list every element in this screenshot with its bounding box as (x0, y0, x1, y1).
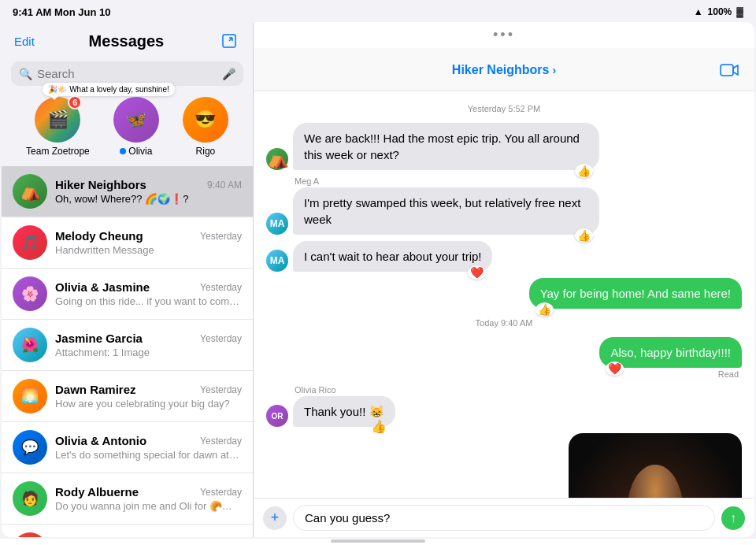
msg-preview-jasmine: Attachment: 1 Image (55, 347, 242, 358)
msg-row-2: Meg A MA I'm pretty swamped this week, b… (266, 176, 599, 235)
msg-time-oj: Yesterday (200, 282, 242, 293)
status-right: ▲ 100% ▓ (694, 6, 743, 17)
battery-icon: ▓ (736, 6, 743, 17)
avatar-rody: 🧑 (13, 481, 47, 516)
msg-row-4: Yay for being home! And same here! 👍 (529, 278, 742, 309)
msg-time-oa: Yesterday (200, 436, 242, 447)
svg-rect-4 (721, 65, 733, 76)
timestamp-today: Today 9:40 AM (266, 318, 742, 328)
msg-preview-melody: Handwritten Message (55, 244, 242, 256)
conversation-item-jasmine[interactable]: 🌺 Jasmine Garcia Yesterday Attachment: 1… (2, 320, 253, 371)
msg-preview-rody: Do you wanna join me and Oli for 🥐🍳🧋 bre… (55, 500, 242, 512)
pinned-contact-rigo[interactable]: 😎 Rigo (183, 97, 228, 157)
avatar-mega: MA (266, 213, 288, 235)
pinned-name-rigo: Rigo (196, 146, 216, 157)
avatar-jasmine: 🌺 (13, 328, 47, 362)
chat-header: Hiker Neighbors › (254, 48, 754, 91)
avatar-antonio: 👤 (13, 532, 47, 537)
speech-bubble: 🎉🌤️ What a lovely day, sunshine! (43, 83, 174, 96)
photo-bubble (569, 433, 742, 498)
sender-name-2: Meg A (266, 176, 599, 186)
sidebar: Edit Messages 🔍 🎤 🎉🌤️ What a lovely day,… (2, 22, 254, 537)
conversation-item-melody[interactable]: 🎵 Melody Cheung Yesterday Handwritten Me… (2, 217, 253, 269)
reaction-6: 👍 (369, 418, 389, 435)
msg-row-1: ⛺ We are back!!! Had the most epic trip.… (266, 123, 599, 170)
photo-silhouette (628, 465, 683, 498)
video-call-button[interactable] (717, 57, 742, 83)
search-icon: 🔍 (19, 68, 32, 80)
bubble-3: I can't wait to hear about your trip! (293, 241, 492, 272)
msg-content-rody: Rody Albuerne Yesterday Do you wanna joi… (55, 485, 242, 512)
conversation-item-dawn[interactable]: 🌅 Dawn Ramirez Yesterday How are you cel… (2, 371, 253, 422)
unread-dot-olivia (120, 148, 126, 154)
msg-row-3: MA I can't wait to hear about your trip!… (266, 241, 492, 272)
pinned-contacts: 🎉🌤️ What a lovely day, sunshine! 🎬 6 Tea… (2, 92, 253, 166)
compose-button[interactable] (218, 30, 240, 52)
conversation-item-olivia-antonio[interactable]: 💬 Olivia & Antonio Yesterday Let's do so… (2, 422, 253, 473)
msg-name-rody: Rody Albuerne (55, 485, 139, 499)
conversation-item-olivia-jasmine[interactable]: 🌸 Olivia & Jasmine Yesterday Going on th… (2, 269, 253, 320)
msg-content-oa: Olivia & Antonio Yesterday Let's do some… (55, 434, 242, 461)
bubble-1: We are back!!! Had the most epic trip. Y… (293, 123, 599, 170)
msg-time-melody: Yesterday (200, 231, 242, 242)
mic-icon[interactable]: 🎤 (222, 68, 235, 80)
reaction-4: 👍 (536, 302, 554, 317)
msg-preview-dawn: How are you celebrating your big day? (55, 398, 242, 410)
msg-row-6: Olivia Rico OR Thank you!! 😸 👍 (266, 385, 395, 427)
msg-preview-oj: Going on this ride... if you want to com… (55, 295, 242, 307)
reaction-5: ❤️ (606, 361, 624, 376)
msg-name-oj: Olivia & Jasmine (55, 280, 150, 294)
message-input[interactable] (293, 505, 715, 531)
msg-name-jasmine: Jasmine Garcia (55, 332, 143, 345)
pinned-name-olivia: Olivia (120, 146, 152, 157)
sidebar-title: Messages (35, 32, 218, 50)
input-bar: + ↑ (254, 498, 754, 537)
msg-time-dawn: Yesterday (200, 384, 242, 395)
msg-name-oa: Olivia & Antonio (55, 434, 146, 447)
msg-time-rody: Yesterday (200, 487, 242, 498)
avatar-sender-hiker: ⛺ (266, 148, 288, 170)
msg-content-oj: Olivia & Jasmine Yesterday Going on this… (55, 280, 242, 307)
chat-title-area[interactable]: Hiker Neighbors › (452, 63, 556, 77)
msg-preview-hiker: Oh, wow! Where?? 🌈🌍❗? (55, 193, 242, 205)
reaction-2: 👍 (575, 228, 593, 243)
sidebar-header: Edit Messages (2, 22, 253, 58)
avatar-olivia-rico: OR (266, 405, 288, 427)
home-indicator (0, 539, 756, 545)
avatar-dawn: 🌅 (13, 379, 47, 413)
pinned-contact-team-zoetrope[interactable]: 🎉🌤️ What a lovely day, sunshine! 🎬 6 Tea… (26, 97, 90, 157)
badge-team-zoetrope: 6 (68, 95, 82, 109)
status-time: 9:41 AM Mon Jun 10 (13, 6, 111, 18)
msg-name-dawn: Dawn Ramirez (55, 383, 136, 396)
avatar-hiker: ⛺ (13, 174, 47, 209)
app-container: Edit Messages 🔍 🎤 🎉🌤️ What a lovely day,… (2, 22, 754, 537)
wifi-icon: ▲ (694, 6, 703, 17)
avatar-olivia: 🦋 (113, 97, 159, 143)
conversation-item-antonio[interactable]: 👤 Antonio Manríquez Yesterday (2, 525, 253, 537)
send-button[interactable]: ↑ (721, 506, 745, 530)
status-bar: 9:41 AM Mon Jun 10 ▲ 100% ▓ (0, 0, 756, 22)
conversation-item-hiker-neighbors[interactable]: ⛺ Hiker Neighbors 9:40 AM Oh, wow! Where… (2, 166, 253, 217)
message-list: ⛺ Hiker Neighbors 9:40 AM Oh, wow! Where… (2, 166, 253, 537)
edit-button[interactable]: Edit (14, 35, 35, 48)
msg-row-5: Also, happy birthday!!!! ❤️ Read (599, 337, 742, 379)
reaction-3: ❤️ (468, 265, 486, 280)
photo-content (569, 433, 742, 498)
pinned-name-team: Team Zoetrope (26, 146, 90, 157)
msg-content-hiker: Hiker Neighbors 9:40 AM Oh, wow! Where??… (55, 178, 242, 205)
msg-name-melody: Melody Cheung (55, 229, 143, 243)
msg-preview-oa: Let's do something special for dawn at t… (55, 449, 242, 461)
pinned-contact-olivia[interactable]: 🦋 Olivia (113, 97, 159, 157)
chat-panel: ••• Hiker Neighbors › Yesterday 5:52 PM … (254, 22, 754, 537)
msg-time-hiker: 9:40 AM (207, 180, 242, 191)
avatar-melody: 🎵 (13, 225, 47, 260)
avatar-olivia-jasmine: 🌸 (13, 276, 47, 311)
search-input[interactable] (37, 67, 217, 80)
add-button[interactable]: + (263, 506, 287, 530)
sender-name-6: Olivia Rico (266, 385, 395, 395)
home-indicator-bar (331, 539, 425, 543)
msg-content-melody: Melody Cheung Yesterday Handwritten Mess… (55, 229, 242, 256)
avatar-oa: 💬 (13, 430, 47, 465)
conversation-item-rody[interactable]: 🧑 Rody Albuerne Yesterday Do you wanna j… (2, 473, 253, 525)
three-dots: ••• (254, 22, 754, 48)
